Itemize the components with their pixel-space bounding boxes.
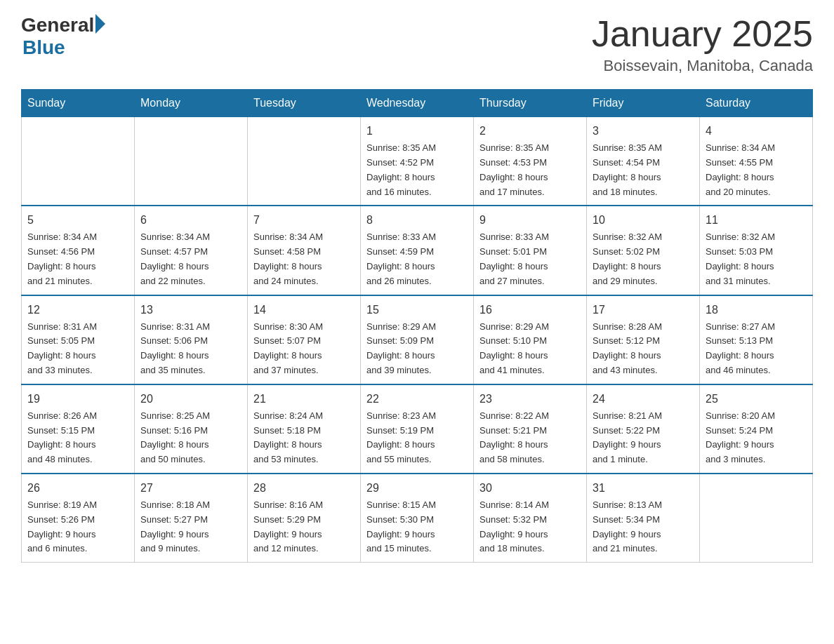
calendar-row: 1Sunrise: 8:35 AM Sunset: 4:52 PM Daylig… xyxy=(22,117,813,206)
calendar-cell: 23Sunrise: 8:22 AM Sunset: 5:21 PM Dayli… xyxy=(474,384,587,474)
calendar-cell: 15Sunrise: 8:29 AM Sunset: 5:09 PM Dayli… xyxy=(361,295,474,384)
day-info: Sunrise: 8:28 AM Sunset: 5:12 PM Dayligh… xyxy=(593,320,694,378)
calendar-cell: 4Sunrise: 8:34 AM Sunset: 4:55 PM Daylig… xyxy=(700,117,813,206)
calendar-cell xyxy=(135,117,248,206)
day-info: Sunrise: 8:15 AM Sunset: 5:30 PM Dayligh… xyxy=(366,498,468,556)
calendar-cell: 7Sunrise: 8:34 AM Sunset: 4:58 PM Daylig… xyxy=(248,206,361,295)
calendar-cell: 13Sunrise: 8:31 AM Sunset: 5:06 PM Dayli… xyxy=(135,295,248,384)
day-info: Sunrise: 8:21 AM Sunset: 5:22 PM Dayligh… xyxy=(593,409,694,467)
calendar-table: SundayMondayTuesdayWednesdayThursdayFrid… xyxy=(21,89,813,563)
day-info: Sunrise: 8:29 AM Sunset: 5:09 PM Dayligh… xyxy=(366,320,468,378)
day-info: Sunrise: 8:31 AM Sunset: 5:05 PM Dayligh… xyxy=(27,320,128,378)
calendar-cell: 11Sunrise: 8:32 AM Sunset: 5:03 PM Dayli… xyxy=(700,206,813,295)
calendar-cell xyxy=(700,474,813,563)
day-number: 8 xyxy=(366,212,468,229)
calendar-cell: 31Sunrise: 8:13 AM Sunset: 5:34 PM Dayli… xyxy=(587,474,700,563)
title-section: January 2025 Boissevain, Manitoba, Canad… xyxy=(592,14,813,75)
calendar-cell: 20Sunrise: 8:25 AM Sunset: 5:16 PM Dayli… xyxy=(135,384,248,474)
calendar-row: 5Sunrise: 8:34 AM Sunset: 4:56 PM Daylig… xyxy=(22,206,813,295)
day-number: 22 xyxy=(366,391,468,408)
day-number: 9 xyxy=(479,212,581,229)
day-number: 3 xyxy=(593,123,694,140)
calendar-cell: 30Sunrise: 8:14 AM Sunset: 5:32 PM Dayli… xyxy=(474,474,587,563)
day-info: Sunrise: 8:19 AM Sunset: 5:26 PM Dayligh… xyxy=(27,498,128,556)
day-number: 15 xyxy=(366,302,468,318)
day-number: 11 xyxy=(706,212,807,229)
calendar-cell: 16Sunrise: 8:29 AM Sunset: 5:10 PM Dayli… xyxy=(474,295,587,384)
calendar-cell: 19Sunrise: 8:26 AM Sunset: 5:15 PM Dayli… xyxy=(22,384,135,474)
logo-triangle-icon xyxy=(95,14,105,34)
day-number: 2 xyxy=(479,123,581,140)
day-number: 14 xyxy=(253,302,355,318)
calendar-header-thursday: Thursday xyxy=(474,90,587,117)
day-info: Sunrise: 8:26 AM Sunset: 5:15 PM Dayligh… xyxy=(27,409,128,467)
day-info: Sunrise: 8:29 AM Sunset: 5:10 PM Dayligh… xyxy=(479,320,581,378)
calendar-cell: 29Sunrise: 8:15 AM Sunset: 5:30 PM Dayli… xyxy=(361,474,474,563)
main-title: January 2025 xyxy=(592,14,813,54)
day-number: 25 xyxy=(706,391,807,408)
calendar-cell: 6Sunrise: 8:34 AM Sunset: 4:57 PM Daylig… xyxy=(135,206,248,295)
day-info: Sunrise: 8:35 AM Sunset: 4:53 PM Dayligh… xyxy=(479,141,581,199)
day-number: 4 xyxy=(706,123,807,140)
day-number: 20 xyxy=(140,391,241,408)
day-number: 5 xyxy=(27,212,128,229)
day-info: Sunrise: 8:24 AM Sunset: 5:18 PM Dayligh… xyxy=(253,409,355,467)
calendar-cell: 27Sunrise: 8:18 AM Sunset: 5:27 PM Dayli… xyxy=(135,474,248,563)
page-header: General Blue January 2025 Boissevain, Ma… xyxy=(21,14,813,75)
calendar-cell: 9Sunrise: 8:33 AM Sunset: 5:01 PM Daylig… xyxy=(474,206,587,295)
logo: General Blue xyxy=(21,14,105,59)
day-info: Sunrise: 8:32 AM Sunset: 5:03 PM Dayligh… xyxy=(706,230,807,288)
day-info: Sunrise: 8:16 AM Sunset: 5:29 PM Dayligh… xyxy=(253,498,355,556)
calendar-cell: 5Sunrise: 8:34 AM Sunset: 4:56 PM Daylig… xyxy=(22,206,135,295)
calendar-cell xyxy=(248,117,361,206)
logo-blue-text: Blue xyxy=(22,36,65,59)
calendar-cell: 22Sunrise: 8:23 AM Sunset: 5:19 PM Dayli… xyxy=(361,384,474,474)
calendar-row: 12Sunrise: 8:31 AM Sunset: 5:05 PM Dayli… xyxy=(22,295,813,384)
day-number: 26 xyxy=(27,480,128,497)
day-number: 17 xyxy=(593,302,694,318)
calendar-cell: 28Sunrise: 8:16 AM Sunset: 5:29 PM Dayli… xyxy=(248,474,361,563)
day-number: 31 xyxy=(593,480,694,497)
day-info: Sunrise: 8:34 AM Sunset: 4:55 PM Dayligh… xyxy=(706,141,807,199)
day-number: 13 xyxy=(140,302,241,318)
day-info: Sunrise: 8:25 AM Sunset: 5:16 PM Dayligh… xyxy=(140,409,241,467)
calendar-cell: 8Sunrise: 8:33 AM Sunset: 4:59 PM Daylig… xyxy=(361,206,474,295)
day-number: 18 xyxy=(706,302,807,318)
day-info: Sunrise: 8:27 AM Sunset: 5:13 PM Dayligh… xyxy=(706,320,807,378)
subtitle: Boissevain, Manitoba, Canada xyxy=(592,57,813,75)
calendar-cell: 24Sunrise: 8:21 AM Sunset: 5:22 PM Dayli… xyxy=(587,384,700,474)
calendar-header-sunday: Sunday xyxy=(22,90,135,117)
day-number: 28 xyxy=(253,480,355,497)
calendar-cell: 25Sunrise: 8:20 AM Sunset: 5:24 PM Dayli… xyxy=(700,384,813,474)
day-info: Sunrise: 8:18 AM Sunset: 5:27 PM Dayligh… xyxy=(140,498,241,556)
calendar-header-friday: Friday xyxy=(587,90,700,117)
day-number: 30 xyxy=(479,480,581,497)
day-info: Sunrise: 8:33 AM Sunset: 4:59 PM Dayligh… xyxy=(366,230,468,288)
day-info: Sunrise: 8:33 AM Sunset: 5:01 PM Dayligh… xyxy=(479,230,581,288)
calendar-header-monday: Monday xyxy=(135,90,248,117)
calendar-cell: 2Sunrise: 8:35 AM Sunset: 4:53 PM Daylig… xyxy=(474,117,587,206)
day-number: 16 xyxy=(479,302,581,318)
day-info: Sunrise: 8:35 AM Sunset: 4:52 PM Dayligh… xyxy=(366,141,468,199)
day-info: Sunrise: 8:23 AM Sunset: 5:19 PM Dayligh… xyxy=(366,409,468,467)
day-number: 1 xyxy=(366,123,468,140)
day-info: Sunrise: 8:20 AM Sunset: 5:24 PM Dayligh… xyxy=(706,409,807,467)
calendar-cell: 17Sunrise: 8:28 AM Sunset: 5:12 PM Dayli… xyxy=(587,295,700,384)
calendar-cell: 1Sunrise: 8:35 AM Sunset: 4:52 PM Daylig… xyxy=(361,117,474,206)
day-info: Sunrise: 8:34 AM Sunset: 4:57 PM Dayligh… xyxy=(140,230,241,288)
day-number: 12 xyxy=(27,302,128,318)
calendar-header-wednesday: Wednesday xyxy=(361,90,474,117)
calendar-cell xyxy=(22,117,135,206)
calendar-row: 19Sunrise: 8:26 AM Sunset: 5:15 PM Dayli… xyxy=(22,384,813,474)
day-info: Sunrise: 8:32 AM Sunset: 5:02 PM Dayligh… xyxy=(593,230,694,288)
day-number: 10 xyxy=(593,212,694,229)
day-number: 21 xyxy=(253,391,355,408)
calendar-header-tuesday: Tuesday xyxy=(248,90,361,117)
day-info: Sunrise: 8:34 AM Sunset: 4:56 PM Dayligh… xyxy=(27,230,128,288)
day-info: Sunrise: 8:13 AM Sunset: 5:34 PM Dayligh… xyxy=(593,498,694,556)
day-info: Sunrise: 8:30 AM Sunset: 5:07 PM Dayligh… xyxy=(253,320,355,378)
day-number: 19 xyxy=(27,391,128,408)
calendar-cell: 26Sunrise: 8:19 AM Sunset: 5:26 PM Dayli… xyxy=(22,474,135,563)
day-number: 27 xyxy=(140,480,241,497)
day-number: 7 xyxy=(253,212,355,229)
